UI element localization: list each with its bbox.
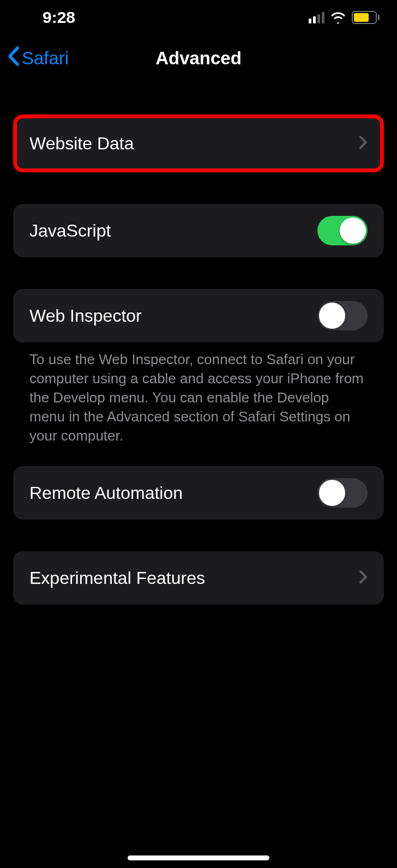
experimental-features-row[interactable]: Experimental Features	[13, 551, 384, 605]
chevron-right-icon	[359, 568, 368, 588]
experimental-features-label: Experimental Features	[29, 568, 205, 588]
website-data-label: Website Data	[29, 134, 134, 154]
group-experimental-features: Experimental Features	[13, 551, 384, 605]
web-inspector-label: Web Inspector	[29, 306, 142, 326]
group-website-data: Website Data	[13, 114, 384, 172]
nav-bar: Safari Advanced	[0, 35, 397, 82]
remote-automation-label: Remote Automation	[29, 483, 183, 503]
status-bar: 9:28	[0, 0, 397, 35]
website-data-row[interactable]: Website Data	[13, 114, 384, 172]
remote-automation-toggle[interactable]	[317, 478, 368, 508]
status-time: 9:28	[43, 8, 75, 27]
web-inspector-row: Web Inspector	[13, 289, 384, 342]
remote-automation-row: Remote Automation	[13, 466, 384, 520]
javascript-toggle[interactable]	[317, 216, 368, 245]
content: Website Data JavaScript Web Inspector To…	[0, 82, 397, 605]
back-button-label: Safari	[22, 48, 69, 69]
javascript-row: JavaScript	[13, 204, 384, 257]
status-icons	[309, 11, 380, 24]
cellular-signal-icon	[309, 11, 324, 23]
group-remote-automation: Remote Automation	[13, 466, 384, 520]
javascript-label: JavaScript	[29, 221, 111, 241]
web-inspector-footer: To use the Web Inspector, connect to Saf…	[13, 342, 384, 445]
chevron-left-icon	[7, 46, 21, 71]
chevron-right-icon	[359, 134, 368, 154]
group-web-inspector: Web Inspector To use the Web Inspector, …	[13, 289, 384, 445]
wifi-icon	[330, 11, 346, 23]
home-indicator[interactable]	[128, 855, 269, 860]
web-inspector-toggle[interactable]	[317, 301, 368, 330]
battery-icon	[352, 11, 380, 24]
page-title: Advanced	[155, 48, 242, 69]
back-button[interactable]: Safari	[7, 46, 69, 71]
group-javascript: JavaScript	[13, 204, 384, 257]
